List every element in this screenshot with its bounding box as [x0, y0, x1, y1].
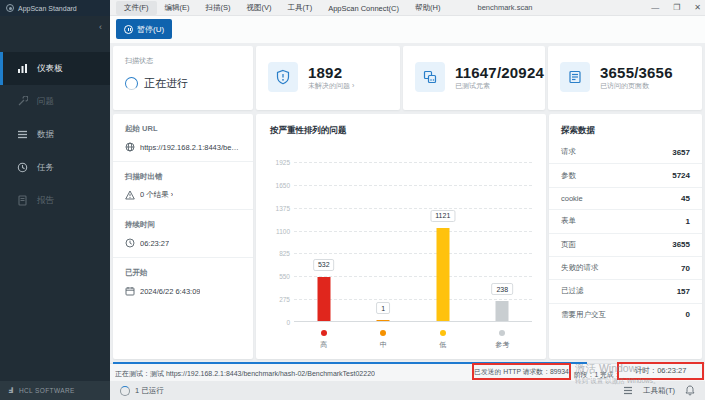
- bar-参考[interactable]: [496, 301, 509, 321]
- stat-row: 参数5724: [549, 164, 702, 187]
- bar-低[interactable]: [436, 228, 449, 321]
- http-requests-annotation: 已发送的 HTTP 请求数：89934: [472, 363, 571, 380]
- in-progress-icon: [125, 77, 138, 90]
- sidebar-item-data[interactable]: 数据: [0, 118, 110, 151]
- stat-row: 表单1: [549, 210, 702, 233]
- detail-section: 扫描时出错0 个结果 ›: [113, 162, 253, 210]
- detail-value: https://192.168.2.1:8443/benchm...: [125, 142, 241, 152]
- detail-value: 06:23:27: [125, 238, 241, 248]
- menu-item[interactable]: 视图(V): [239, 1, 280, 15]
- stat-label: 已过滤: [561, 286, 584, 296]
- stat-value: 0: [686, 310, 690, 319]
- hcl-logo-icon: Ⅎ: [8, 386, 14, 395]
- tested-count: 11647/20924: [455, 64, 544, 81]
- calendar-icon: [125, 286, 135, 296]
- menu-item[interactable]: 文件(F): [116, 1, 157, 15]
- unresolved-label[interactable]: 未解决的问题 ›: [308, 81, 354, 91]
- y-axis-tick: 275: [279, 296, 290, 303]
- bar-高[interactable]: [317, 277, 330, 321]
- shield-alert-icon: [268, 62, 298, 92]
- y-axis-tick: 550: [279, 273, 290, 280]
- sidebar-item-issues[interactable]: 问题: [0, 85, 110, 118]
- visited-pages-card: 3655/3656 已访问的页面数: [548, 46, 702, 110]
- current-test-url: 正在测试：测试 https://192.168.2.1:8443/benchma…: [115, 369, 375, 379]
- visited-count: 3655/3656: [600, 64, 673, 81]
- legend-dot: [321, 330, 327, 336]
- detail-value-text: 0 个结果 ›: [140, 190, 173, 200]
- stat-value: 3657: [672, 148, 690, 157]
- sidebar-collapse-button[interactable]: ‹: [99, 22, 102, 32]
- http-requests-count: 已发送的 HTTP 请求数：89934: [474, 367, 569, 377]
- clock-icon: [125, 238, 135, 248]
- y-axis-tick: 1100: [276, 228, 290, 235]
- stat-value: 5724: [672, 171, 690, 180]
- scan-status-card: 扫描状态 正在进行: [113, 46, 253, 110]
- bell-icon[interactable]: [685, 385, 695, 396]
- pause-label: 暂停(U): [137, 24, 164, 35]
- sidebar-item-dashboard[interactable]: 仪表板: [0, 52, 110, 85]
- detail-label: 扫描时出错: [125, 172, 241, 182]
- stat-label: 需要用户交互: [561, 310, 606, 320]
- bar-中[interactable]: [377, 320, 390, 321]
- stat-row: 请求3657: [549, 141, 702, 164]
- legend-label: 中: [380, 340, 387, 350]
- scan-details-panel: 起始 URLhttps://192.168.2.1:8443/benchm...…: [113, 114, 253, 359]
- stat-value: 1: [686, 217, 690, 226]
- tasks-icon: [17, 162, 28, 173]
- gridline: [294, 162, 532, 163]
- titlebar: AppScan Standard 文件(F)编辑(E)扫描(S)视图(V)工具(…: [0, 0, 705, 16]
- gridline: [294, 185, 532, 186]
- toolbox-button[interactable]: 工具箱(T): [643, 386, 675, 396]
- maximize-button[interactable]: ❐: [673, 0, 680, 16]
- menu-item[interactable]: 工具(T): [280, 1, 321, 15]
- list-icon[interactable]: [623, 386, 633, 395]
- gridline: [294, 253, 532, 254]
- explore-stats-title: 探索数据: [549, 114, 702, 141]
- legend-label: 高: [320, 340, 327, 350]
- pages-icon: [560, 62, 590, 92]
- legend-dot: [499, 330, 505, 336]
- y-axis-tick: 825: [279, 250, 290, 257]
- sidebar-item-label: 问题: [37, 96, 54, 108]
- stat-label: 请求: [561, 147, 576, 157]
- chart-title: 按严重性排列的问题: [270, 125, 347, 137]
- issues-icon: [17, 96, 28, 107]
- stat-row: 已过滤157: [549, 280, 702, 303]
- footer-bar: 1 已运行 工具箱(T): [110, 381, 705, 400]
- unresolved-issues-card[interactable]: 1892 未解决的问题 ›: [256, 46, 400, 110]
- elements-icon: [415, 62, 445, 92]
- window-controls: — ❐ ✕: [651, 0, 701, 16]
- detail-value: 0 个结果 ›: [125, 190, 241, 200]
- timer-annotation: 计时：06:23:27: [617, 362, 704, 380]
- menu-item[interactable]: AppScan Connect(C): [320, 2, 407, 15]
- menu-item[interactable]: 扫描(S): [198, 1, 239, 15]
- sidebar-item-tasks[interactable]: 任务: [0, 151, 110, 184]
- pause-button[interactable]: 暂停(U): [116, 19, 172, 39]
- stat-label: 失败的请求: [561, 263, 599, 273]
- y-axis-tick: 1375: [276, 205, 290, 212]
- detail-value-text: https://192.168.2.1:8443/benchm...: [140, 143, 241, 152]
- close-button[interactable]: ✕: [694, 0, 701, 16]
- stat-value: 70: [681, 264, 690, 273]
- warning-icon: [125, 190, 135, 200]
- legend-label: 参考: [495, 340, 509, 350]
- stat-row: 失败的请求70: [549, 257, 702, 280]
- sidebar-nav: 仪表板问题数据任务报告: [0, 52, 110, 217]
- sidebar-item-reports[interactable]: 报告: [0, 184, 110, 217]
- detail-value: 2024/6/22 6:43:09: [125, 286, 241, 296]
- bar-value-label: 532: [313, 259, 335, 271]
- sidebar-item-label: 任务: [37, 162, 54, 174]
- pause-icon: [124, 25, 133, 34]
- menu-item[interactable]: 编辑(E): [157, 1, 198, 15]
- stat-label: 表单: [561, 216, 576, 226]
- detail-label: 起始 URL: [125, 124, 241, 134]
- chart-plot: 02755508251100137516501925532高1中1121低238…: [294, 162, 532, 322]
- y-axis-tick: 1925: [276, 159, 290, 166]
- scan-timer: 计时：06:23:27: [635, 366, 687, 376]
- explore-stats-panel: 探索数据 请求3657参数5724cookie45表单1页面3655失败的请求7…: [549, 114, 702, 359]
- explore-stats-rows: 请求3657参数5724cookie45表单1页面3655失败的请求70已过滤1…: [549, 141, 702, 326]
- minimize-button[interactable]: —: [651, 0, 659, 16]
- running-status[interactable]: 1 已运行: [120, 386, 164, 396]
- menubar: 文件(F)编辑(E)扫描(S)视图(V)工具(T)AppScan Connect…: [116, 0, 448, 16]
- legend-dot: [440, 330, 446, 336]
